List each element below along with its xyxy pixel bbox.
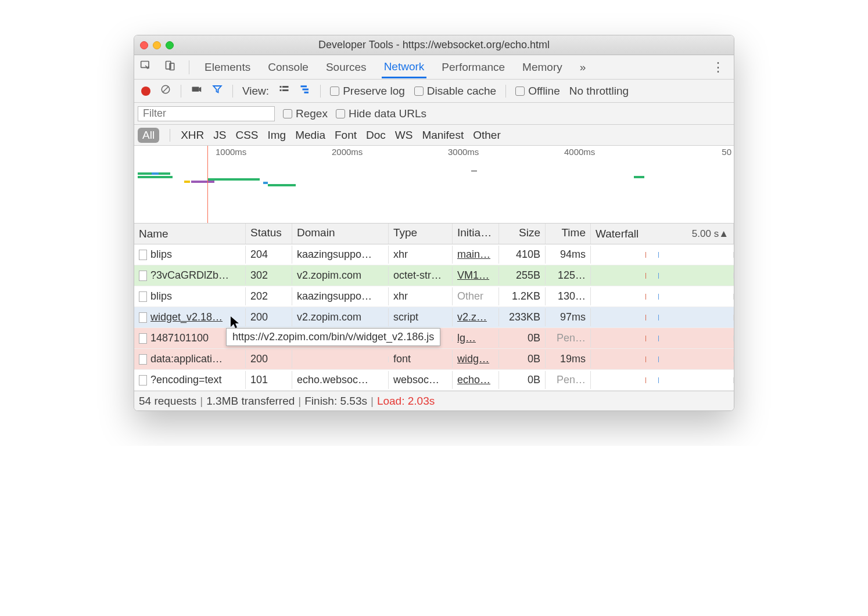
tab-console[interactable]: Console xyxy=(266,56,311,78)
request-time: 19ms xyxy=(546,350,591,368)
filter-doc[interactable]: Doc xyxy=(366,129,386,142)
tab-performance[interactable]: Performance xyxy=(439,56,507,78)
request-initiator[interactable]: echo… xyxy=(457,374,490,386)
divider xyxy=(170,129,170,142)
svg-rect-4 xyxy=(192,87,199,92)
timeline-ticks: 1000ms 2000ms 3000ms 4000ms 50 xyxy=(134,146,734,158)
col-domain[interactable]: Domain xyxy=(292,224,389,244)
table-row[interactable]: ?3vCaGRDlZb…302v2.zopim.comoctet-str…VM1… xyxy=(134,265,734,286)
col-waterfall[interactable]: Waterfall 5.00 s▲ xyxy=(591,224,734,244)
clear-icon[interactable] xyxy=(160,84,171,98)
divider xyxy=(505,85,506,98)
kebab-menu-icon[interactable]: ⋮ xyxy=(708,60,728,75)
request-status: 204 xyxy=(246,246,292,264)
request-initiator[interactable]: v2.z… xyxy=(457,311,487,323)
waterfall-view-icon[interactable] xyxy=(299,84,311,98)
table-row[interactable]: widget_v2.18…200v2.zopim.comscriptv2.z…2… xyxy=(134,307,734,328)
request-size: 1.2KB xyxy=(499,287,546,305)
url-tooltip: https://v2.zopim.com/bin/v/widget_v2.186… xyxy=(226,328,440,346)
request-domain: v2.zopim.com xyxy=(292,308,389,326)
request-time: 97ms xyxy=(546,308,591,326)
col-name[interactable]: Name xyxy=(134,224,246,244)
status-load: Load: 2.03s xyxy=(377,395,435,408)
regex-checkbox[interactable]: Regex xyxy=(283,107,328,120)
type-filter-bar: All XHR JS CSS Img Media Font Doc WS Man… xyxy=(134,125,734,146)
table-header: Name Status Domain Type Initia… Size Tim… xyxy=(134,224,734,244)
col-initiator[interactable]: Initia… xyxy=(453,224,499,244)
request-initiator[interactable]: main… xyxy=(457,248,490,260)
request-status: 202 xyxy=(246,287,292,305)
throttling-select[interactable]: No throttling xyxy=(569,85,629,98)
request-name: 1487101100 xyxy=(150,332,209,344)
request-name: blips xyxy=(150,248,172,261)
request-domain xyxy=(292,356,389,362)
request-name: ?encoding=text xyxy=(150,374,222,386)
request-name: ?3vCaGRDlZb… xyxy=(150,269,229,282)
request-status: 302 xyxy=(246,266,292,284)
col-time[interactable]: Time xyxy=(546,224,591,244)
svg-rect-7 xyxy=(280,89,282,91)
tab-elements[interactable]: Elements xyxy=(202,56,253,78)
tick: 2000ms xyxy=(332,147,363,157)
file-icon xyxy=(139,291,147,302)
filter-input[interactable] xyxy=(138,106,275,121)
filter-other[interactable]: Other xyxy=(473,129,501,142)
filter-manifest[interactable]: Manifest xyxy=(422,129,464,142)
filter-css[interactable]: CSS xyxy=(235,129,258,142)
filter-img[interactable]: Img xyxy=(268,129,286,142)
request-time: Pen… xyxy=(546,329,591,347)
preserve-log-checkbox[interactable]: Preserve log xyxy=(330,85,405,98)
request-waterfall xyxy=(591,273,734,279)
tab-sources[interactable]: Sources xyxy=(324,56,369,78)
request-size: 255B xyxy=(499,266,546,284)
list-view-icon[interactable] xyxy=(278,84,290,98)
device-toolbar-icon[interactable] xyxy=(164,60,176,74)
table-row[interactable]: data:applicati…200fontwidg…0B19ms xyxy=(134,349,734,370)
disable-cache-checkbox[interactable]: Disable cache xyxy=(414,85,496,98)
status-bar: 54 requests | 1.3MB transferred | Finish… xyxy=(134,391,734,410)
table-row[interactable]: blips204kaazingsuppo…xhrmain…410B94ms xyxy=(134,244,734,265)
request-size: 233KB xyxy=(499,308,546,326)
capture-screenshot-icon[interactable] xyxy=(191,84,202,98)
col-status[interactable]: Status xyxy=(246,224,292,244)
request-domain: v2.zopim.com xyxy=(292,266,389,284)
tab-memory[interactable]: Memory xyxy=(520,56,565,78)
record-icon[interactable] xyxy=(141,87,150,96)
cursor-icon xyxy=(229,315,240,329)
filter-ws[interactable]: WS xyxy=(395,129,413,142)
tab-network[interactable]: Network xyxy=(382,56,427,78)
filter-js[interactable]: JS xyxy=(213,129,226,142)
filter-font[interactable]: Font xyxy=(335,129,357,142)
file-icon xyxy=(139,354,147,365)
request-name: blips xyxy=(150,290,172,302)
file-icon xyxy=(139,250,147,260)
filter-xhr[interactable]: XHR xyxy=(181,129,204,142)
request-initiator[interactable]: lg… xyxy=(457,332,476,344)
overview-timeline[interactable]: 1000ms 2000ms 3000ms 4000ms 50 xyxy=(134,146,734,224)
inspect-element-icon[interactable] xyxy=(140,60,152,74)
table-row[interactable]: blips202kaazingsuppo…xhrOther1.2KB130… xyxy=(134,286,734,307)
file-icon xyxy=(139,333,147,344)
svg-rect-6 xyxy=(282,86,289,88)
file-icon xyxy=(139,271,147,281)
request-type: octet-str… xyxy=(389,266,453,284)
request-initiator[interactable]: widg… xyxy=(457,353,489,365)
col-type[interactable]: Type xyxy=(389,224,453,244)
timeline-caret[interactable] xyxy=(207,146,208,223)
filter-icon[interactable] xyxy=(211,84,223,98)
col-size[interactable]: Size xyxy=(499,224,546,244)
svg-rect-5 xyxy=(280,86,282,88)
offline-checkbox[interactable]: Offline xyxy=(515,85,560,98)
filter-all[interactable]: All xyxy=(138,128,159,143)
table-row[interactable]: ?encoding=text101echo.websoc…websoc…echo… xyxy=(134,370,734,391)
tabs-overflow[interactable]: » xyxy=(578,56,589,78)
filter-media[interactable]: Media xyxy=(295,129,325,142)
status-requests: 54 requests xyxy=(139,395,196,408)
hide-data-urls-checkbox[interactable]: Hide data URLs xyxy=(336,107,426,120)
view-label: View: xyxy=(242,85,269,98)
request-initiator[interactable]: VM1… xyxy=(457,269,489,281)
request-domain: kaazingsuppo… xyxy=(292,246,389,264)
request-status: 200 xyxy=(246,308,292,326)
request-domain: kaazingsuppo… xyxy=(292,287,389,305)
svg-rect-0 xyxy=(141,62,149,68)
